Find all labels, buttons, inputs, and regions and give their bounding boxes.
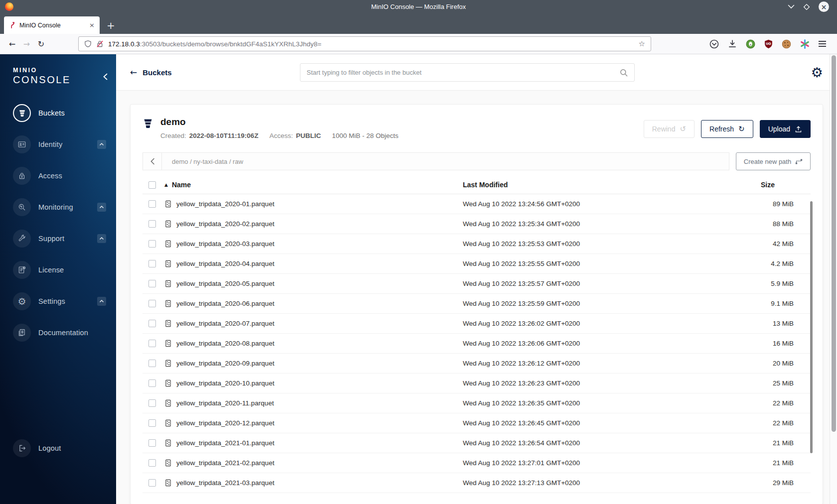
sidebar-item-support[interactable]: Support <box>0 228 116 250</box>
asterisk-extension-icon[interactable] <box>800 39 810 49</box>
object-name[interactable]: yellow_tripdata_2020-01.parquet <box>176 200 275 208</box>
row-checkbox[interactable] <box>148 260 156 267</box>
row-checkbox[interactable] <box>148 300 156 307</box>
window-shade-icon[interactable] <box>788 4 795 9</box>
sidebar-item-settings[interactable]: ⚙ Settings <box>0 290 116 312</box>
chevron-up-icon[interactable] <box>97 203 106 212</box>
object-name[interactable]: yellow_tripdata_2021-02.parquet <box>176 459 275 467</box>
path-back-icon[interactable] <box>143 153 162 170</box>
url-text[interactable]: 172.18.0.3:30503/buckets/demo/browse/bnk… <box>108 40 321 48</box>
object-name[interactable]: yellow_tripdata_2020-04.parquet <box>176 260 275 267</box>
new-tab-button[interactable]: + <box>107 20 115 30</box>
svg-text:UO: UO <box>766 42 771 45</box>
table-row[interactable]: yellow_tripdata_2021-02.parquet Wed Aug … <box>142 453 811 473</box>
table-row[interactable]: yellow_tripdata_2020-02.parquet Wed Aug … <box>142 214 811 234</box>
page-scrollbar[interactable] <box>830 54 837 504</box>
row-checkbox[interactable] <box>148 320 156 327</box>
object-name[interactable]: yellow_tripdata_2020-07.parquet <box>176 320 275 327</box>
sidebar-item-monitoring[interactable]: Monitoring <box>0 196 116 218</box>
table-row[interactable]: yellow_tripdata_2020-04.parquet Wed Aug … <box>142 254 811 274</box>
row-checkbox[interactable] <box>148 399 156 407</box>
object-size: 5.9 MiB <box>736 280 811 287</box>
tab-close-icon[interactable]: × <box>89 22 95 28</box>
column-header-size[interactable]: Size <box>736 181 811 189</box>
table-row[interactable]: yellow_tripdata_2020-12.parquet Wed Aug … <box>142 413 811 433</box>
row-checkbox[interactable] <box>148 280 156 287</box>
pocket-icon[interactable] <box>709 39 719 49</box>
ublock-origin-icon[interactable]: UO <box>764 39 773 49</box>
sidebar-item-identity[interactable]: Identity <box>0 133 116 155</box>
table-row[interactable]: yellow_tripdata_2020-03.parquet Wed Aug … <box>142 234 811 254</box>
object-name[interactable]: yellow_tripdata_2020-12.parquet <box>176 419 275 427</box>
breadcrumb[interactable]: demo / ny-taxi-data / raw <box>162 158 253 165</box>
insecure-lock-icon[interactable] <box>96 40 104 48</box>
url-bar[interactable]: 172.18.0.3:30503/buckets/demo/browse/bnk… <box>78 36 651 51</box>
parquet-file-icon <box>164 320 172 327</box>
window-close-icon[interactable]: × <box>819 1 829 12</box>
browser-toolbar: ← → ↻ 172.18.0.3:30503/buckets/demo/brow… <box>0 34 837 54</box>
table-row[interactable]: yellow_tripdata_2021-03.parquet Wed Aug … <box>142 473 811 493</box>
row-checkbox[interactable] <box>148 200 156 208</box>
back-icon[interactable]: ← <box>6 39 18 49</box>
privacy-badger-icon[interactable] <box>746 39 755 49</box>
chevron-up-icon[interactable] <box>97 140 106 149</box>
chevron-up-icon[interactable] <box>97 297 106 306</box>
object-name[interactable]: yellow_tripdata_2020-11.parquet <box>176 399 274 407</box>
chevron-up-icon[interactable] <box>97 234 106 243</box>
row-checkbox[interactable] <box>148 379 156 387</box>
search-input[interactable] <box>307 69 620 76</box>
row-checkbox[interactable] <box>148 240 156 248</box>
upload-button[interactable]: Upload <box>760 120 811 138</box>
table-row[interactable]: yellow_tripdata_2020-08.parquet Wed Aug … <box>142 334 811 354</box>
object-name[interactable]: yellow_tripdata_2020-03.parquet <box>176 240 275 248</box>
row-checkbox[interactable] <box>148 459 156 467</box>
cookie-icon[interactable] <box>782 39 791 49</box>
table-row[interactable]: yellow_tripdata_2020-01.parquet Wed Aug … <box>142 194 811 214</box>
table-row[interactable]: yellow_tripdata_2020-05.parquet Wed Aug … <box>142 274 811 294</box>
sidebar-item-buckets[interactable]: Buckets <box>0 102 116 124</box>
object-name[interactable]: yellow_tripdata_2021-03.parquet <box>176 479 275 487</box>
window-maximize-icon[interactable] <box>803 3 810 10</box>
column-header-name[interactable]: Name <box>172 181 191 189</box>
row-checkbox[interactable] <box>148 340 156 347</box>
object-name[interactable]: yellow_tripdata_2020-05.parquet <box>176 280 275 287</box>
gear-icon[interactable]: ⚙ <box>811 66 823 79</box>
table-row[interactable]: yellow_tripdata_2020-09.parquet Wed Aug … <box>142 354 811 374</box>
row-checkbox[interactable] <box>148 220 156 228</box>
bookmark-star-icon[interactable]: ☆ <box>639 39 645 48</box>
column-header-modified[interactable]: Last Modified <box>463 181 736 189</box>
table-row[interactable]: yellow_tripdata_2020-11.parquet Wed Aug … <box>142 393 811 413</box>
select-all-checkbox[interactable] <box>148 181 156 189</box>
tracking-shield-icon[interactable] <box>84 40 92 48</box>
sort-ascending-icon[interactable]: ▲ <box>164 182 168 187</box>
object-name[interactable]: yellow_tripdata_2020-09.parquet <box>176 360 275 367</box>
table-row[interactable]: yellow_tripdata_2020-06.parquet Wed Aug … <box>142 294 811 314</box>
download-icon[interactable] <box>728 39 737 48</box>
sidebar-item-documentation[interactable]: Documentation <box>0 322 116 344</box>
object-name[interactable]: yellow_tripdata_2020-08.parquet <box>176 340 275 347</box>
menu-icon[interactable] <box>819 41 826 47</box>
object-name[interactable]: yellow_tripdata_2020-06.parquet <box>176 300 275 307</box>
table-row[interactable]: yellow_tripdata_2020-07.parquet Wed Aug … <box>142 314 811 334</box>
object-filter-search[interactable] <box>300 63 635 82</box>
reload-icon[interactable]: ↻ <box>35 39 47 49</box>
row-checkbox[interactable] <box>148 479 156 487</box>
row-checkbox[interactable] <box>148 360 156 367</box>
object-name[interactable]: yellow_tripdata_2020-02.parquet <box>176 220 275 228</box>
create-new-path-button[interactable]: Create new path <box>736 152 811 170</box>
back-to-buckets[interactable]: ← Buckets <box>130 68 172 77</box>
sidebar-item-access[interactable]: Access <box>0 165 116 187</box>
table-row[interactable]: yellow_tripdata_2020-10.parquet Wed Aug … <box>142 374 811 393</box>
refresh-button[interactable]: Refresh ↻ <box>701 120 753 138</box>
page-scrollbar-thumb[interactable] <box>832 55 836 432</box>
sidebar-item-license[interactable]: License <box>0 259 116 281</box>
table-scrollbar[interactable] <box>810 201 813 453</box>
browser-tab[interactable]: MinIO Console × <box>4 16 100 34</box>
sidebar-collapse-icon[interactable] <box>103 73 108 80</box>
sidebar-item-logout[interactable]: Logout <box>0 437 116 459</box>
object-name[interactable]: yellow_tripdata_2020-10.parquet <box>176 379 275 387</box>
row-checkbox[interactable] <box>148 439 156 447</box>
object-name[interactable]: yellow_tripdata_2021-01.parquet <box>176 439 275 447</box>
row-checkbox[interactable] <box>148 419 156 427</box>
table-row[interactable]: yellow_tripdata_2021-01.parquet Wed Aug … <box>142 433 811 453</box>
